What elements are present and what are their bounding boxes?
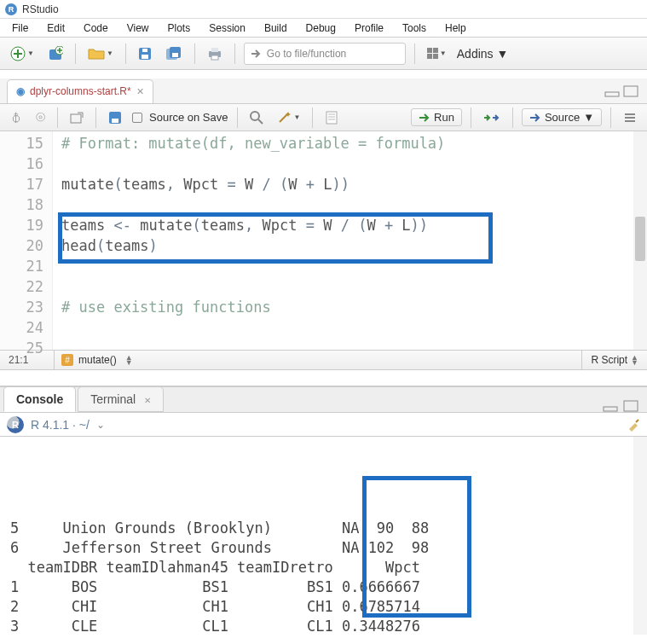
show-in-new-window-button[interactable] — [66, 107, 87, 128]
grid-icon — [427, 48, 438, 59]
function-navigator[interactable]: # mutate() ▲▼ — [55, 354, 581, 366]
menu-code[interactable]: Code — [75, 20, 117, 36]
menu-tools[interactable]: Tools — [394, 20, 435, 36]
save-button[interactable] — [135, 44, 155, 64]
new-file-icon — [10, 46, 26, 61]
code-content[interactable]: # Format: mutate(df, new_variable = form… — [53, 131, 647, 350]
source-arrow-icon — [529, 113, 541, 123]
back-button[interactable]: ⦽ — [7, 111, 26, 125]
menu-build[interactable]: Build — [256, 20, 296, 36]
save-icon — [138, 47, 152, 61]
console-tab-label: Console — [16, 392, 63, 406]
menu-profile[interactable]: Profile — [346, 20, 392, 36]
source-on-save-checkbox[interactable] — [132, 113, 142, 123]
chevron-down-icon[interactable]: ⌄ — [96, 419, 105, 431]
svg-rect-18 — [326, 112, 337, 124]
open-file-button[interactable]: ▼ — [84, 44, 117, 64]
search-icon — [250, 111, 263, 125]
function-icon: # — [61, 354, 73, 366]
compile-report-button[interactable] — [321, 107, 342, 128]
minimize-console-icon[interactable] — [603, 400, 618, 412]
rstudio-logo-icon: R — [5, 3, 17, 15]
outline-button[interactable] — [620, 107, 640, 128]
menu-plots[interactable]: Plots — [159, 20, 199, 36]
editor-tabstrip: ◉ dplyr-columns-start.R* ✕ — [0, 78, 647, 104]
print-button[interactable] — [204, 44, 226, 64]
menu-help[interactable]: Help — [436, 20, 475, 36]
file-type-selector[interactable]: R Script ▲▼ — [581, 351, 647, 369]
svg-rect-12 — [605, 92, 619, 96]
menu-edit[interactable]: Edit — [38, 20, 73, 36]
r-logo-icon: R — [7, 416, 24, 433]
console-header: R R 4.1.1 · ~/ ⌄ — [0, 413, 647, 437]
file-tab-name: dplyr-columns-start.R* — [30, 85, 131, 97]
svg-rect-14 — [71, 114, 81, 123]
outline-icon — [623, 112, 637, 124]
separator — [57, 107, 58, 128]
separator — [610, 107, 611, 128]
minimize-pane-icon[interactable] — [604, 85, 620, 97]
console-tab[interactable]: Console — [3, 386, 76, 412]
stepper-icon: ▲▼ — [125, 355, 133, 365]
svg-rect-10 — [211, 48, 218, 52]
menu-view[interactable]: View — [118, 20, 158, 36]
code-editor[interactable]: 1516171819202122232425 # Format: mutate(… — [0, 131, 647, 350]
separator — [75, 44, 76, 64]
open-folder-icon — [88, 47, 105, 61]
run-button[interactable]: Run — [411, 108, 462, 126]
editor-scrollbar[interactable] — [633, 131, 647, 350]
main-toolbar: ▼ ▼ Go to file/function ▼ Addins ▼ — [0, 38, 647, 70]
close-tab-button[interactable]: ✕ — [136, 86, 144, 97]
file-tab[interactable]: ◉ dplyr-columns-start.R* ✕ — [7, 79, 153, 103]
separator — [234, 44, 235, 64]
console-output[interactable]: 5 Union Grounds (Brooklyn) NA 90 886 Jef… — [0, 437, 647, 635]
save-icon — [108, 111, 122, 125]
maximize-console-icon[interactable] — [623, 400, 638, 412]
addins-label: Addins — [457, 47, 494, 61]
menu-session[interactable]: Session — [200, 20, 254, 36]
svg-rect-4 — [142, 55, 148, 59]
rerun-icon — [483, 112, 500, 124]
caret-down-icon: ▼ — [497, 47, 509, 61]
separator — [125, 44, 126, 64]
clear-console-button[interactable] — [627, 418, 640, 432]
new-project-icon — [48, 46, 63, 61]
menu-debug[interactable]: Debug — [298, 20, 344, 36]
popout-icon — [70, 112, 84, 124]
new-project-button[interactable] — [44, 44, 66, 64]
goto-arrow-icon — [250, 48, 262, 60]
console-scrollbar[interactable] — [633, 437, 647, 635]
separator — [471, 107, 471, 128]
source-toolbar: ⦽ ⦾ Source on Save ▼ Run Source ▼ — [0, 104, 647, 131]
addins-button[interactable]: Addins ▼ — [457, 47, 509, 61]
forward-button[interactable]: ⦾ — [32, 110, 49, 125]
source-button[interactable]: Source ▼ — [522, 108, 602, 126]
source-label: Source — [545, 111, 580, 124]
file-type-label: R Script — [591, 354, 627, 366]
close-terminal-button[interactable]: ✕ — [144, 396, 151, 405]
line-gutter: 1516171819202122232425 — [0, 131, 53, 350]
separator — [512, 107, 513, 128]
r-version-label: R 4.1.1 · ~/ — [31, 418, 90, 432]
stepper-icon: ▲▼ — [631, 355, 638, 365]
svg-rect-16 — [112, 119, 118, 123]
save-all-icon — [165, 46, 182, 61]
print-icon — [207, 47, 222, 61]
maximize-pane-icon[interactable] — [623, 85, 638, 97]
separator — [414, 44, 415, 64]
svg-rect-13 — [624, 86, 638, 96]
menu-file[interactable]: File — [3, 20, 37, 36]
code-tools-button[interactable]: ▼ — [274, 107, 304, 128]
notebook-icon — [325, 111, 338, 125]
save-all-button[interactable] — [162, 44, 186, 64]
find-button[interactable] — [246, 107, 267, 128]
menu-bar: File Edit Code View Plots Session Build … — [0, 19, 647, 38]
scrollbar-thumb[interactable] — [635, 217, 645, 261]
workspace-panes-button[interactable]: ▼ — [424, 44, 450, 64]
save-source-button[interactable] — [105, 107, 125, 128]
goto-file-function[interactable]: Go to file/function — [244, 43, 406, 65]
terminal-tab[interactable]: Terminal ✕ — [78, 386, 164, 412]
rerun-button[interactable] — [480, 107, 504, 128]
terminal-tab-label: Terminal — [90, 392, 136, 406]
new-file-button[interactable]: ▼ — [7, 44, 38, 64]
